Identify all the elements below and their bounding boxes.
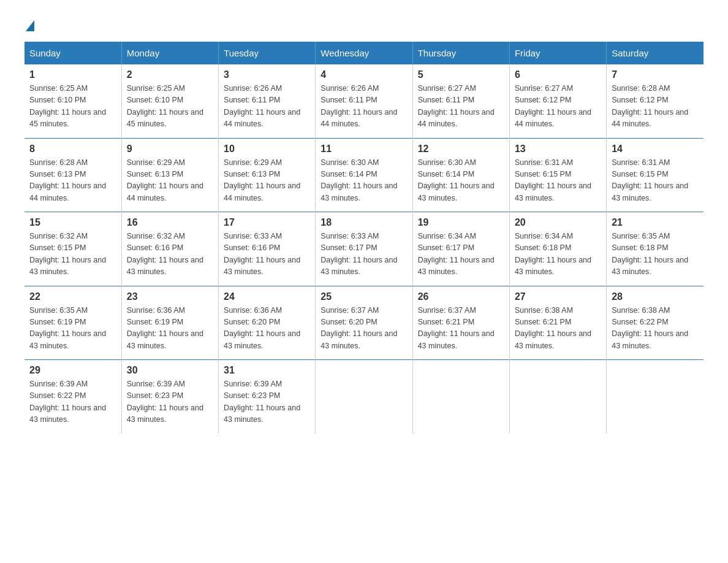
day-number: 9 [127,144,213,155]
column-header-monday: Monday [121,42,218,64]
calendar-cell: 25 Sunrise: 6:37 AMSunset: 6:20 PMDaylig… [316,286,412,360]
day-number: 13 [515,144,601,155]
calendar-cell: 14 Sunrise: 6:31 AMSunset: 6:15 PMDaylig… [607,138,703,212]
day-info: Sunrise: 6:38 AMSunset: 6:22 PMDaylight:… [612,306,688,350]
day-number: 17 [224,217,310,228]
calendar-cell: 2 Sunrise: 6:25 AMSunset: 6:10 PMDayligh… [121,64,218,138]
calendar-cell [607,360,703,434]
day-info: Sunrise: 6:39 AMSunset: 6:23 PMDaylight:… [127,380,203,424]
day-info: Sunrise: 6:37 AMSunset: 6:21 PMDaylight:… [418,306,495,350]
day-info: Sunrise: 6:34 AMSunset: 6:18 PMDaylight:… [515,232,591,276]
calendar-header-row: SundayMondayTuesdayWednesdayThursdayFrid… [25,42,703,64]
day-number: 18 [320,217,407,228]
day-number: 21 [612,217,699,228]
calendar-cell: 18 Sunrise: 6:33 AMSunset: 6:17 PMDaylig… [316,212,412,286]
day-info: Sunrise: 6:28 AMSunset: 6:12 PMDaylight:… [612,84,688,128]
day-info: Sunrise: 6:34 AMSunset: 6:17 PMDaylight:… [418,232,495,276]
day-number: 10 [224,144,310,155]
day-info: Sunrise: 6:29 AMSunset: 6:13 PMDaylight:… [224,158,300,202]
logo-arrow-icon [26,20,34,31]
calendar-cell: 7 Sunrise: 6:28 AMSunset: 6:12 PMDayligh… [607,64,703,138]
day-info: Sunrise: 6:35 AMSunset: 6:19 PMDaylight:… [29,306,106,350]
calendar-cell: 24 Sunrise: 6:36 AMSunset: 6:20 PMDaylig… [219,286,316,360]
day-number: 19 [418,217,504,228]
day-info: Sunrise: 6:28 AMSunset: 6:13 PMDaylight:… [29,158,106,202]
day-info: Sunrise: 6:31 AMSunset: 6:15 PMDaylight:… [515,158,591,202]
calendar-cell: 30 Sunrise: 6:39 AMSunset: 6:23 PMDaylig… [121,360,218,434]
column-header-friday: Friday [509,42,606,64]
day-info: Sunrise: 6:39 AMSunset: 6:23 PMDaylight:… [224,380,300,424]
calendar-cell: 31 Sunrise: 6:39 AMSunset: 6:23 PMDaylig… [219,360,316,434]
calendar-week-row: 22 Sunrise: 6:35 AMSunset: 6:19 PMDaylig… [25,286,703,360]
day-number: 24 [224,291,310,302]
day-info: Sunrise: 6:39 AMSunset: 6:22 PMDaylight:… [29,380,106,424]
day-info: Sunrise: 6:36 AMSunset: 6:19 PMDaylight:… [127,306,203,350]
day-number: 23 [127,291,213,302]
calendar-cell: 28 Sunrise: 6:38 AMSunset: 6:22 PMDaylig… [607,286,703,360]
calendar-cell: 9 Sunrise: 6:29 AMSunset: 6:13 PMDayligh… [121,138,218,212]
calendar-week-row: 8 Sunrise: 6:28 AMSunset: 6:13 PMDayligh… [25,138,703,212]
calendar-cell: 8 Sunrise: 6:28 AMSunset: 6:13 PMDayligh… [25,138,121,212]
day-info: Sunrise: 6:37 AMSunset: 6:20 PMDaylight:… [320,306,397,350]
day-number: 5 [418,69,504,80]
day-number: 8 [29,144,116,155]
day-info: Sunrise: 6:26 AMSunset: 6:11 PMDaylight:… [224,84,300,128]
calendar-cell: 11 Sunrise: 6:30 AMSunset: 6:14 PMDaylig… [316,138,412,212]
calendar-cell: 29 Sunrise: 6:39 AMSunset: 6:22 PMDaylig… [25,360,121,434]
day-number: 27 [515,291,601,302]
day-info: Sunrise: 6:29 AMSunset: 6:13 PMDaylight:… [127,158,203,202]
calendar-cell: 15 Sunrise: 6:32 AMSunset: 6:15 PMDaylig… [25,212,121,286]
day-info: Sunrise: 6:27 AMSunset: 6:12 PMDaylight:… [515,84,591,128]
calendar-cell: 12 Sunrise: 6:30 AMSunset: 6:14 PMDaylig… [412,138,509,212]
calendar-cell: 19 Sunrise: 6:34 AMSunset: 6:17 PMDaylig… [412,212,509,286]
calendar-cell: 26 Sunrise: 6:37 AMSunset: 6:21 PMDaylig… [412,286,509,360]
day-info: Sunrise: 6:35 AMSunset: 6:18 PMDaylight:… [612,232,688,276]
day-number: 30 [127,365,213,376]
day-number: 31 [224,365,310,376]
logo [25,18,36,29]
calendar-cell: 6 Sunrise: 6:27 AMSunset: 6:12 PMDayligh… [509,64,606,138]
day-info: Sunrise: 6:27 AMSunset: 6:11 PMDaylight:… [418,84,495,128]
day-number: 14 [612,144,699,155]
calendar-cell: 23 Sunrise: 6:36 AMSunset: 6:19 PMDaylig… [121,286,218,360]
calendar-table: SundayMondayTuesdayWednesdayThursdayFrid… [25,42,703,434]
calendar-cell: 20 Sunrise: 6:34 AMSunset: 6:18 PMDaylig… [509,212,606,286]
calendar-cell: 16 Sunrise: 6:32 AMSunset: 6:16 PMDaylig… [121,212,218,286]
day-info: Sunrise: 6:38 AMSunset: 6:21 PMDaylight:… [515,306,591,350]
day-info: Sunrise: 6:30 AMSunset: 6:14 PMDaylight:… [320,158,397,202]
day-info: Sunrise: 6:25 AMSunset: 6:10 PMDaylight:… [29,84,106,128]
day-number: 25 [320,291,407,302]
day-info: Sunrise: 6:33 AMSunset: 6:16 PMDaylight:… [224,232,300,276]
day-info: Sunrise: 6:26 AMSunset: 6:11 PMDaylight:… [320,84,397,128]
column-header-thursday: Thursday [412,42,509,64]
day-number: 28 [612,291,699,302]
calendar-cell: 21 Sunrise: 6:35 AMSunset: 6:18 PMDaylig… [607,212,703,286]
day-info: Sunrise: 6:36 AMSunset: 6:20 PMDaylight:… [224,306,300,350]
day-number: 6 [515,69,601,80]
calendar-cell: 27 Sunrise: 6:38 AMSunset: 6:21 PMDaylig… [509,286,606,360]
day-number: 22 [29,291,116,302]
day-number: 15 [29,217,116,228]
day-info: Sunrise: 6:32 AMSunset: 6:16 PMDaylight:… [127,232,203,276]
day-number: 3 [224,69,310,80]
calendar-cell [316,360,412,434]
column-header-sunday: Sunday [25,42,121,64]
day-number: 29 [29,365,116,376]
column-header-wednesday: Wednesday [316,42,412,64]
calendar-week-row: 1 Sunrise: 6:25 AMSunset: 6:10 PMDayligh… [25,64,703,138]
calendar-cell: 1 Sunrise: 6:25 AMSunset: 6:10 PMDayligh… [25,64,121,138]
day-number: 4 [320,69,407,80]
day-info: Sunrise: 6:31 AMSunset: 6:15 PMDaylight:… [612,158,688,202]
calendar-cell: 17 Sunrise: 6:33 AMSunset: 6:16 PMDaylig… [219,212,316,286]
page-header [25,18,703,29]
day-info: Sunrise: 6:33 AMSunset: 6:17 PMDaylight:… [320,232,397,276]
calendar-week-row: 29 Sunrise: 6:39 AMSunset: 6:22 PMDaylig… [25,360,703,434]
day-info: Sunrise: 6:32 AMSunset: 6:15 PMDaylight:… [29,232,106,276]
column-header-tuesday: Tuesday [219,42,316,64]
day-number: 16 [127,217,213,228]
calendar-cell: 13 Sunrise: 6:31 AMSunset: 6:15 PMDaylig… [509,138,606,212]
calendar-cell [412,360,509,434]
day-number: 20 [515,217,601,228]
calendar-cell: 4 Sunrise: 6:26 AMSunset: 6:11 PMDayligh… [316,64,412,138]
day-number: 7 [612,69,699,80]
